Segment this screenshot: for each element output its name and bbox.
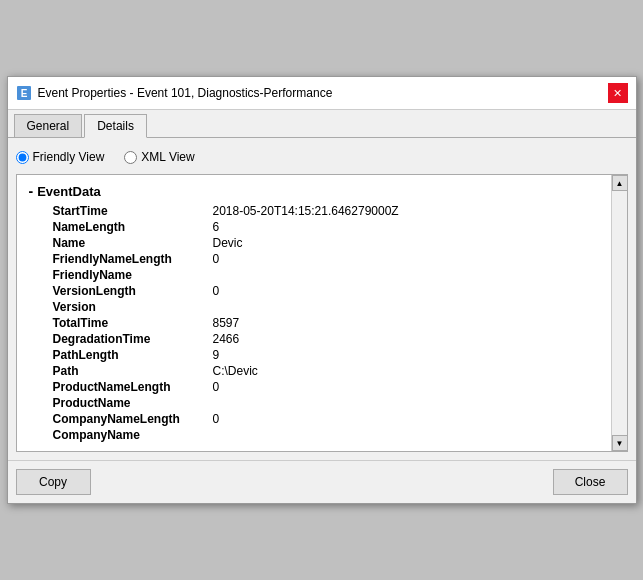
row-value: 2018-05-20T14:15:21.646279000Z — [213, 204, 399, 218]
close-button[interactable]: Close — [553, 469, 628, 495]
table-row: TotalTime 8597 — [21, 315, 607, 331]
table-row: Name Devic — [21, 235, 607, 251]
table-row: ProductName — [21, 395, 607, 411]
row-key: ProductName — [53, 396, 213, 410]
table-row: FriendlyNameLength 0 — [21, 251, 607, 267]
window-title: Event Properties - Event 101, Diagnostic… — [38, 86, 333, 100]
friendly-view-option[interactable]: Friendly View — [16, 150, 105, 164]
table-row: ProductNameLength 0 — [21, 379, 607, 395]
copy-button[interactable]: Copy — [16, 469, 91, 495]
radio-row: Friendly View XML View — [16, 146, 628, 168]
row-value: 0 — [213, 412, 220, 426]
row-value: Devic — [213, 236, 243, 250]
table-row: Version — [21, 299, 607, 315]
svg-text:E: E — [20, 88, 27, 99]
scroll-track[interactable] — [612, 191, 627, 435]
title-bar: E Event Properties - Event 101, Diagnost… — [8, 77, 636, 110]
row-value: 2466 — [213, 332, 240, 346]
data-panel: - EventData StartTime 2018-05-20T14:15:2… — [16, 174, 628, 452]
xml-view-label: XML View — [141, 150, 194, 164]
row-key: FriendlyName — [53, 268, 213, 282]
section-header: - EventData — [21, 183, 607, 199]
row-key: ProductNameLength — [53, 380, 213, 394]
tab-general[interactable]: General — [14, 114, 83, 137]
row-value: 8597 — [213, 316, 240, 330]
scrollbar: ▲ ▼ — [611, 175, 627, 451]
friendly-view-radio[interactable] — [16, 151, 29, 164]
tab-details[interactable]: Details — [84, 114, 147, 138]
title-bar-left: E Event Properties - Event 101, Diagnost… — [16, 85, 333, 101]
row-key: NameLength — [53, 220, 213, 234]
table-row: FriendlyName — [21, 267, 607, 283]
tabs-row: General Details — [8, 110, 636, 138]
row-value: 9 — [213, 348, 220, 362]
scroll-down-button[interactable]: ▼ — [612, 435, 628, 451]
footer: Copy Close — [8, 460, 636, 503]
row-key: PathLength — [53, 348, 213, 362]
xml-view-option[interactable]: XML View — [124, 150, 194, 164]
table-row: DegradationTime 2466 — [21, 331, 607, 347]
content-area: Friendly View XML View - EventData Start… — [8, 138, 636, 460]
table-row: VersionLength 0 — [21, 283, 607, 299]
table-row: PathLength 9 — [21, 347, 607, 363]
data-scroll-area[interactable]: - EventData StartTime 2018-05-20T14:15:2… — [17, 175, 611, 451]
row-key: Path — [53, 364, 213, 378]
row-key: Version — [53, 300, 213, 314]
window-icon: E — [16, 85, 32, 101]
row-key: StartTime — [53, 204, 213, 218]
table-row: NameLength 6 — [21, 219, 607, 235]
row-value: 0 — [213, 284, 220, 298]
row-key: Name — [53, 236, 213, 250]
close-window-button[interactable]: ✕ — [608, 83, 628, 103]
row-key: VersionLength — [53, 284, 213, 298]
row-key: CompanyName — [53, 428, 213, 442]
section-toggle[interactable]: - — [29, 183, 34, 199]
scroll-up-button[interactable]: ▲ — [612, 175, 628, 191]
row-value: 0 — [213, 380, 220, 394]
event-properties-window: E Event Properties - Event 101, Diagnost… — [7, 76, 637, 504]
table-row: CompanyName — [21, 427, 607, 443]
friendly-view-label: Friendly View — [33, 150, 105, 164]
row-key: DegradationTime — [53, 332, 213, 346]
row-key: FriendlyNameLength — [53, 252, 213, 266]
section-title: EventData — [37, 184, 101, 199]
row-value: C:\Devic — [213, 364, 258, 378]
row-value: 0 — [213, 252, 220, 266]
table-row: StartTime 2018-05-20T14:15:21.646279000Z — [21, 203, 607, 219]
row-key: CompanyNameLength — [53, 412, 213, 426]
table-row: CompanyNameLength 0 — [21, 411, 607, 427]
xml-view-radio[interactable] — [124, 151, 137, 164]
row-value: 6 — [213, 220, 220, 234]
table-row: Path C:\Devic — [21, 363, 607, 379]
row-key: TotalTime — [53, 316, 213, 330]
